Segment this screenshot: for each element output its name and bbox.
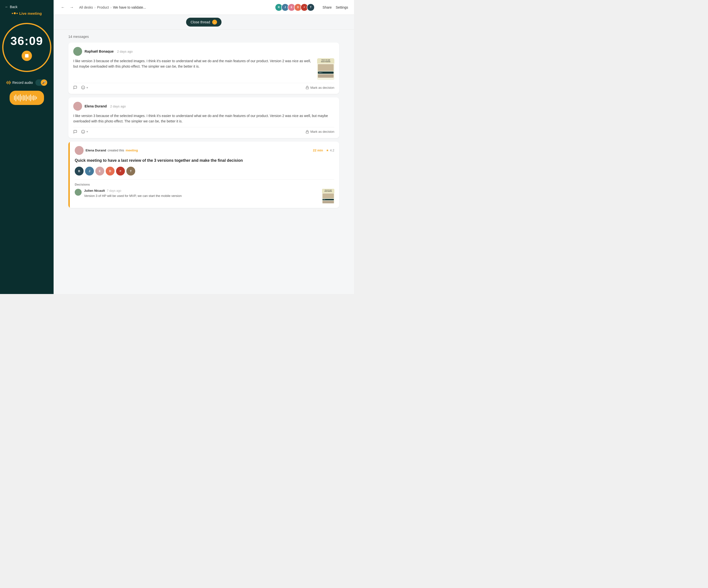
avatar-6: T [307, 3, 315, 11]
back-arrow-icon: ← [5, 5, 8, 9]
lock-icon-1 [305, 86, 309, 89]
mark-decision-button-1[interactable]: Mark as decision [305, 86, 334, 89]
message-sender-2: Elena Durand [85, 104, 107, 108]
waveform-bar-2 [16, 94, 16, 101]
close-thread-label: Close thread [190, 20, 210, 24]
meeting-avatar-2: J [85, 167, 94, 176]
meeting-created-label: created this [108, 148, 124, 152]
nav-forward-button[interactable]: → [68, 4, 75, 11]
record-audio-row: Record audio 🎤 [6, 79, 47, 86]
message-thumbnail-1: VOILÀ CE QUENOUS FAISONS LABELS [317, 58, 334, 80]
meeting-meta: Elena Durand created this meeting [86, 148, 311, 152]
meeting-card-header: Elena Durand created this meeting 22 min… [75, 146, 334, 155]
star-icon: ★ [326, 148, 329, 152]
close-thread-button[interactable]: Close thread ⌄ [186, 18, 221, 27]
mark-decision-button-2[interactable]: Mark as decision [305, 130, 334, 134]
meeting-duration: 22 min [313, 148, 323, 152]
top-navigation: ← → All desks › Product › We have to val… [54, 0, 354, 15]
mic-icon: 🎤 [42, 81, 46, 84]
record-audio-toggle[interactable]: 🎤 [35, 79, 47, 86]
decision-content-1: Julien Nicault 7 days ago Version 3 of H… [84, 189, 320, 198]
message-time-2: 2 days ago [110, 105, 126, 108]
waveform-bar-1 [14, 96, 15, 100]
message-body-1: I like version 3 because of the selected… [73, 58, 334, 80]
stop-icon [25, 54, 29, 58]
meeting-creator: Elena Durand [86, 148, 106, 152]
live-dots-icon [12, 13, 18, 14]
message-card-2: Elena Durand 2 days ago I like version 3… [68, 97, 339, 138]
live-meeting-label: Live meeting [12, 11, 42, 16]
meeting-type-label: meeting [126, 148, 138, 152]
breadcrumb-sep-2: › [110, 5, 112, 9]
meeting-rating-value: 4.2 [330, 148, 334, 152]
react-button-1[interactable]: + [81, 86, 88, 89]
breadcrumb-product[interactable]: Product [97, 5, 109, 9]
meeting-rating: ★ 4.2 [326, 148, 334, 152]
message-avatar-2 [73, 102, 82, 111]
close-thread-bar: Close thread ⌄ [54, 15, 354, 30]
meeting-avatar-1: B [75, 167, 84, 176]
waveform-bar-14 [33, 95, 34, 100]
decision-avatar-1 [75, 189, 82, 196]
message-avatar-1 [73, 47, 82, 56]
decision-item-1: Julien Nicault 7 days ago Version 3 of H… [75, 189, 334, 204]
toggle-knob: 🎤 [41, 79, 47, 86]
breadcrumb-sep-1: › [94, 5, 96, 9]
meeting-avatar-3: E [95, 167, 104, 176]
meeting-title: Quick meeting to have a last review of t… [75, 158, 334, 163]
waveform-icon [6, 81, 11, 85]
waveform-bar-12 [30, 94, 31, 101]
meeting-card-inner: Elena Durand created this meeting 22 min… [70, 142, 339, 208]
decisions-label: Decisions [75, 183, 334, 186]
waveform-bar-4 [19, 95, 19, 100]
svg-point-4 [81, 130, 85, 133]
share-button[interactable]: Share [323, 5, 332, 9]
messages-count: 14 messages [68, 35, 339, 38]
meeting-avatar-6: T [126, 167, 135, 176]
emoji-icon [81, 86, 85, 89]
message-sender-1: Raphaël Bonaque [85, 50, 114, 53]
back-label: Back [10, 5, 18, 9]
waveform-bar-10 [27, 96, 28, 99]
message-header-2: Elena Durand 2 days ago [73, 102, 334, 111]
waveform-bar-8 [24, 95, 25, 100]
message-header-1: Raphaël Bonaque 2 days ago [73, 47, 334, 56]
breadcrumb-all-desks[interactable]: All desks [79, 5, 93, 9]
decision-header-1: Julien Nicault 7 days ago [84, 189, 320, 193]
breadcrumb: All desks › Product › We have to validat… [79, 5, 272, 9]
svg-rect-3 [306, 87, 309, 89]
chevron-down-icon: ⌄ [212, 20, 217, 25]
record-audio-label: Record audio [6, 81, 33, 85]
waveform-bar-13 [32, 96, 32, 100]
message-time-1: 2 days ago [117, 50, 133, 53]
timer-display: 36:09 [10, 34, 43, 48]
participant-avatars: R J E D P T [276, 3, 315, 11]
waveform-bar-3 [17, 96, 18, 99]
svg-rect-7 [306, 131, 309, 133]
decision-thumbnail: VOILÀ CE QUENOUS FAISONS VOUS [322, 189, 334, 204]
left-panel: ← Back Live meeting 36:09 Record audio [0, 0, 54, 294]
waveform-bar-9 [26, 95, 27, 101]
stop-button[interactable] [22, 51, 32, 61]
timer-circle: 36:09 [2, 23, 51, 72]
meeting-card: Elena Durand created this meeting 22 min… [68, 142, 339, 208]
meeting-participant-avatars: B J E D P T [75, 167, 334, 176]
back-button[interactable]: ← Back [5, 5, 18, 9]
decision-time: 7 days ago [107, 189, 121, 193]
right-panel: ← → All desks › Product › We have to val… [54, 0, 354, 294]
svg-point-0 [81, 86, 85, 89]
message-actions-1: + Mark as decision [73, 83, 334, 89]
meeting-avatar-5: P [116, 167, 125, 176]
settings-button[interactable]: Settings [335, 5, 348, 9]
waveform-bar-15 [35, 96, 35, 100]
nav-back-button[interactable]: ← [59, 4, 66, 11]
reply-button-1[interactable] [73, 86, 77, 89]
decision-sender: Julien Nicault [84, 189, 105, 193]
nav-arrows: ← → [59, 4, 75, 11]
breadcrumb-current: We have to validate... [113, 5, 146, 9]
waveform-bar-5 [20, 94, 21, 101]
reply-button-2[interactable] [73, 130, 77, 134]
reply-icon [73, 86, 77, 89]
react-button-2[interactable]: + [81, 130, 88, 134]
message-body-2: I like version 3 because of the selected… [73, 113, 334, 124]
